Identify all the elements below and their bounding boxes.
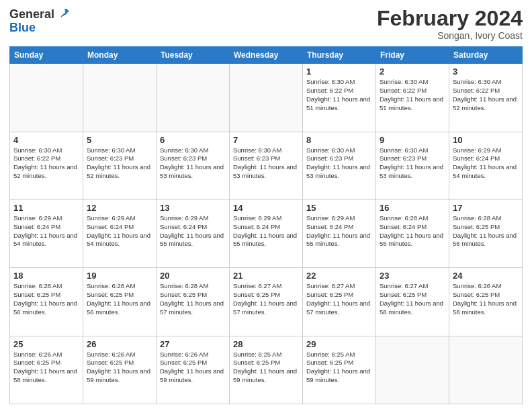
day-info: Sunrise: 6:30 AM Sunset: 6:22 PM Dayligh… — [380, 78, 445, 112]
calendar-cell: 29Sunrise: 6:25 AM Sunset: 6:25 PM Dayli… — [303, 336, 376, 404]
day-number: 16 — [380, 203, 445, 213]
page: General Blue February 2024 Songan, Ivory… — [0, 0, 532, 411]
calendar-cell: 25Sunrise: 6:26 AM Sunset: 6:25 PM Dayli… — [10, 336, 83, 404]
calendar-day-header: Saturday — [449, 47, 523, 64]
day-number: 8 — [306, 135, 372, 145]
day-info: Sunrise: 6:29 AM Sunset: 6:24 PM Dayligh… — [453, 146, 519, 181]
day-info: Sunrise: 6:26 AM Sunset: 6:25 PM Dayligh… — [453, 282, 519, 316]
day-number: 6 — [160, 135, 226, 145]
day-number: 22 — [306, 271, 372, 281]
calendar-cell: 18Sunrise: 6:28 AM Sunset: 6:25 PM Dayli… — [10, 268, 83, 336]
calendar-cell: 17Sunrise: 6:28 AM Sunset: 6:25 PM Dayli… — [449, 199, 523, 267]
day-info: Sunrise: 6:28 AM Sunset: 6:25 PM Dayligh… — [453, 214, 519, 248]
calendar-cell: 9Sunrise: 6:30 AM Sunset: 6:23 PM Daylig… — [376, 132, 449, 199]
calendar-cell: 19Sunrise: 6:28 AM Sunset: 6:25 PM Dayli… — [83, 268, 157, 336]
calendar-day-header: Friday — [376, 47, 449, 64]
day-number: 21 — [233, 271, 299, 281]
day-number: 19 — [87, 271, 152, 281]
calendar-cell: 3Sunrise: 6:30 AM Sunset: 6:22 PM Daylig… — [449, 64, 523, 132]
day-number: 14 — [233, 203, 299, 213]
calendar-table: SundayMondayTuesdayWednesdayThursdayFrid… — [9, 46, 523, 404]
day-info: Sunrise: 6:29 AM Sunset: 6:24 PM Dayligh… — [87, 214, 152, 248]
day-info: Sunrise: 6:28 AM Sunset: 6:24 PM Dayligh… — [380, 214, 445, 248]
day-info: Sunrise: 6:30 AM Sunset: 6:22 PM Dayligh… — [453, 78, 519, 112]
calendar-cell: 12Sunrise: 6:29 AM Sunset: 6:24 PM Dayli… — [83, 199, 157, 267]
calendar-day-header: Thursday — [303, 47, 376, 64]
calendar-cell: 5Sunrise: 6:30 AM Sunset: 6:23 PM Daylig… — [83, 132, 157, 199]
day-number: 27 — [160, 339, 226, 349]
calendar-cell — [230, 64, 303, 132]
day-number: 26 — [87, 339, 152, 349]
calendar-week-row: 25Sunrise: 6:26 AM Sunset: 6:25 PM Dayli… — [10, 336, 523, 404]
day-info: Sunrise: 6:30 AM Sunset: 6:23 PM Dayligh… — [87, 146, 152, 181]
calendar-cell — [83, 64, 157, 132]
calendar-cell: 13Sunrise: 6:29 AM Sunset: 6:24 PM Dayli… — [157, 199, 230, 267]
day-number: 7 — [233, 135, 299, 145]
day-info: Sunrise: 6:30 AM Sunset: 6:23 PM Dayligh… — [233, 146, 299, 181]
calendar-cell: 11Sunrise: 6:29 AM Sunset: 6:24 PM Dayli… — [10, 199, 83, 267]
calendar-week-row: 11Sunrise: 6:29 AM Sunset: 6:24 PM Dayli… — [10, 199, 523, 267]
calendar-cell: 1Sunrise: 6:30 AM Sunset: 6:22 PM Daylig… — [303, 64, 376, 132]
day-number: 1 — [306, 66, 372, 77]
calendar-cell: 10Sunrise: 6:29 AM Sunset: 6:24 PM Dayli… — [449, 132, 523, 199]
calendar-cell: 16Sunrise: 6:28 AM Sunset: 6:24 PM Dayli… — [376, 199, 449, 267]
calendar-cell: 27Sunrise: 6:26 AM Sunset: 6:25 PM Dayli… — [157, 336, 230, 404]
day-number: 9 — [380, 135, 445, 145]
calendar-cell: 2Sunrise: 6:30 AM Sunset: 6:22 PM Daylig… — [376, 64, 449, 132]
day-number: 25 — [13, 339, 79, 349]
day-number: 5 — [87, 135, 152, 145]
calendar-cell — [449, 336, 523, 404]
day-info: Sunrise: 6:27 AM Sunset: 6:25 PM Dayligh… — [380, 282, 445, 316]
calendar-day-header: Sunday — [10, 47, 83, 64]
header: General Blue February 2024 Songan, Ivory… — [9, 7, 523, 41]
calendar-header-row: SundayMondayTuesdayWednesdayThursdayFrid… — [10, 47, 523, 64]
calendar-cell: 24Sunrise: 6:26 AM Sunset: 6:25 PM Dayli… — [449, 268, 523, 336]
calendar-cell: 22Sunrise: 6:27 AM Sunset: 6:25 PM Dayli… — [303, 268, 376, 336]
day-number: 11 — [13, 203, 79, 213]
calendar-cell: 28Sunrise: 6:25 AM Sunset: 6:25 PM Dayli… — [230, 336, 303, 404]
day-number: 13 — [160, 203, 226, 213]
calendar-cell: 21Sunrise: 6:27 AM Sunset: 6:25 PM Dayli… — [230, 268, 303, 336]
day-number: 18 — [13, 271, 79, 281]
calendar-cell: 14Sunrise: 6:29 AM Sunset: 6:24 PM Dayli… — [230, 199, 303, 267]
calendar-cell — [157, 64, 230, 132]
subtitle: Songan, Ivory Coast — [377, 30, 523, 41]
day-number: 17 — [453, 203, 519, 213]
day-number: 15 — [306, 203, 372, 213]
day-number: 3 — [453, 66, 519, 77]
calendar-cell: 26Sunrise: 6:26 AM Sunset: 6:25 PM Dayli… — [83, 336, 157, 404]
day-number: 24 — [453, 271, 519, 281]
day-info: Sunrise: 6:25 AM Sunset: 6:25 PM Dayligh… — [233, 351, 299, 385]
logo-blue: Blue — [9, 21, 36, 34]
day-number: 23 — [380, 271, 445, 281]
day-info: Sunrise: 6:29 AM Sunset: 6:24 PM Dayligh… — [160, 214, 226, 248]
day-number: 12 — [87, 203, 152, 213]
day-number: 10 — [453, 135, 519, 145]
day-info: Sunrise: 6:26 AM Sunset: 6:25 PM Dayligh… — [160, 351, 226, 385]
day-info: Sunrise: 6:25 AM Sunset: 6:25 PM Dayligh… — [306, 351, 372, 385]
calendar-cell: 20Sunrise: 6:28 AM Sunset: 6:25 PM Dayli… — [157, 268, 230, 336]
calendar-day-header: Tuesday — [157, 47, 230, 64]
main-title: February 2024 — [377, 7, 523, 30]
calendar-cell: 7Sunrise: 6:30 AM Sunset: 6:23 PM Daylig… — [230, 132, 303, 199]
day-info: Sunrise: 6:30 AM Sunset: 6:23 PM Dayligh… — [380, 146, 445, 181]
day-info: Sunrise: 6:30 AM Sunset: 6:22 PM Dayligh… — [306, 78, 372, 112]
day-info: Sunrise: 6:27 AM Sunset: 6:25 PM Dayligh… — [306, 282, 372, 316]
day-info: Sunrise: 6:30 AM Sunset: 6:23 PM Dayligh… — [160, 146, 226, 181]
calendar-cell — [376, 336, 449, 404]
day-number: 28 — [233, 339, 299, 349]
calendar-day-header: Wednesday — [230, 47, 303, 64]
title-section: February 2024 Songan, Ivory Coast — [377, 7, 523, 41]
calendar-cell: 8Sunrise: 6:30 AM Sunset: 6:23 PM Daylig… — [303, 132, 376, 199]
calendar-cell: 6Sunrise: 6:30 AM Sunset: 6:23 PM Daylig… — [157, 132, 230, 199]
day-info: Sunrise: 6:30 AM Sunset: 6:22 PM Dayligh… — [13, 146, 79, 181]
logo-bird-icon — [56, 7, 71, 21]
day-info: Sunrise: 6:29 AM Sunset: 6:24 PM Dayligh… — [233, 214, 299, 248]
day-info: Sunrise: 6:29 AM Sunset: 6:24 PM Dayligh… — [306, 214, 372, 248]
day-info: Sunrise: 6:28 AM Sunset: 6:25 PM Dayligh… — [160, 282, 226, 316]
calendar-cell: 15Sunrise: 6:29 AM Sunset: 6:24 PM Dayli… — [303, 199, 376, 267]
day-info: Sunrise: 6:26 AM Sunset: 6:25 PM Dayligh… — [13, 351, 79, 385]
calendar-cell: 23Sunrise: 6:27 AM Sunset: 6:25 PM Dayli… — [376, 268, 449, 336]
day-info: Sunrise: 6:28 AM Sunset: 6:25 PM Dayligh… — [87, 282, 152, 316]
day-info: Sunrise: 6:26 AM Sunset: 6:25 PM Dayligh… — [87, 351, 152, 385]
